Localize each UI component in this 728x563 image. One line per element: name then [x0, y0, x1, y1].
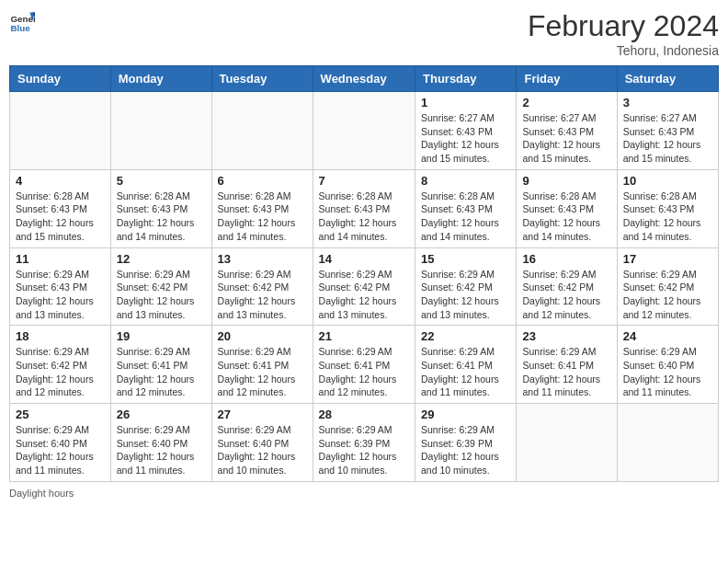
col-sunday: Sunday [10, 66, 111, 92]
day-number: 5 [117, 174, 206, 188]
table-row: 24Sunrise: 6:29 AM Sunset: 6:40 PM Dayli… [617, 326, 718, 404]
table-row: 5Sunrise: 6:28 AM Sunset: 6:43 PM Daylig… [110, 169, 211, 247]
svg-text:Blue: Blue [10, 23, 30, 33]
day-number: 17 [623, 252, 712, 266]
col-saturday: Saturday [617, 66, 718, 92]
logo-icon: General Blue [9, 9, 35, 35]
day-number: 24 [623, 329, 712, 343]
table-row: 18Sunrise: 6:29 AM Sunset: 6:42 PM Dayli… [10, 326, 111, 404]
calendar-week-3: 11Sunrise: 6:29 AM Sunset: 6:43 PM Dayli… [10, 247, 719, 326]
col-thursday: Thursday [415, 66, 517, 92]
day-info: Sunrise: 6:27 AM Sunset: 6:43 PM Dayligh… [421, 111, 510, 166]
day-info: Sunrise: 6:29 AM Sunset: 6:41 PM Dayligh… [218, 345, 307, 399]
day-info: Sunrise: 6:29 AM Sunset: 6:39 PM Dayligh… [319, 423, 409, 477]
day-info: Sunrise: 6:28 AM Sunset: 6:43 PM Dayligh… [16, 190, 105, 244]
table-row: 4Sunrise: 6:28 AM Sunset: 6:43 PM Daylig… [10, 169, 111, 247]
calendar-week-4: 18Sunrise: 6:29 AM Sunset: 6:42 PM Dayli… [10, 326, 719, 404]
calendar-table: Sunday Monday Tuesday Wednesday Thursday… [9, 65, 719, 482]
day-info: Sunrise: 6:28 AM Sunset: 6:43 PM Dayligh… [218, 190, 307, 244]
table-row: 27Sunrise: 6:29 AM Sunset: 6:40 PM Dayli… [211, 404, 313, 482]
day-info: Sunrise: 6:29 AM Sunset: 6:41 PM Dayligh… [522, 345, 610, 399]
table-row [617, 404, 718, 482]
table-row: 12Sunrise: 6:29 AM Sunset: 6:42 PM Dayli… [110, 247, 211, 326]
day-number: 25 [16, 408, 105, 421]
day-number: 28 [319, 408, 409, 421]
table-row [211, 92, 313, 170]
day-info: Sunrise: 6:29 AM Sunset: 6:40 PM Dayligh… [218, 423, 307, 477]
table-row: 25Sunrise: 6:29 AM Sunset: 6:40 PM Dayli… [10, 404, 111, 482]
day-number: 4 [16, 174, 105, 188]
day-info: Sunrise: 6:29 AM Sunset: 6:42 PM Dayligh… [319, 268, 409, 322]
calendar-week-2: 4Sunrise: 6:28 AM Sunset: 6:43 PM Daylig… [10, 169, 719, 247]
main-title: February 2024 [528, 9, 719, 43]
table-row: 15Sunrise: 6:29 AM Sunset: 6:42 PM Dayli… [415, 247, 517, 326]
day-number: 29 [421, 408, 510, 421]
daylight-hours-label: Daylight hours [9, 488, 74, 499]
table-row: 9Sunrise: 6:28 AM Sunset: 6:43 PM Daylig… [517, 169, 617, 247]
col-monday: Monday [110, 66, 211, 92]
day-info: Sunrise: 6:29 AM Sunset: 6:39 PM Dayligh… [421, 423, 510, 477]
day-number: 19 [117, 329, 206, 343]
table-row: 10Sunrise: 6:28 AM Sunset: 6:43 PM Dayli… [617, 169, 718, 247]
day-number: 26 [117, 408, 206, 421]
day-number: 16 [522, 252, 610, 266]
table-row: 28Sunrise: 6:29 AM Sunset: 6:39 PM Dayli… [313, 404, 415, 482]
subtitle: Tehoru, Indonesia [528, 43, 719, 58]
day-info: Sunrise: 6:29 AM Sunset: 6:41 PM Dayligh… [319, 345, 409, 399]
table-row: 1Sunrise: 6:27 AM Sunset: 6:43 PM Daylig… [415, 92, 517, 170]
day-number: 10 [623, 174, 712, 188]
col-friday: Friday [517, 66, 617, 92]
day-number: 21 [319, 329, 409, 343]
table-row: 14Sunrise: 6:29 AM Sunset: 6:42 PM Dayli… [313, 247, 415, 326]
day-info: Sunrise: 6:29 AM Sunset: 6:42 PM Dayligh… [522, 268, 610, 322]
table-row: 11Sunrise: 6:29 AM Sunset: 6:43 PM Dayli… [10, 247, 111, 326]
day-info: Sunrise: 6:29 AM Sunset: 6:41 PM Dayligh… [117, 345, 206, 399]
table-row: 22Sunrise: 6:29 AM Sunset: 6:41 PM Dayli… [415, 326, 517, 404]
table-row: 19Sunrise: 6:29 AM Sunset: 6:41 PM Dayli… [110, 326, 211, 404]
day-number: 11 [16, 252, 105, 266]
table-row: 2Sunrise: 6:27 AM Sunset: 6:43 PM Daylig… [517, 92, 617, 170]
day-number: 8 [421, 174, 510, 188]
day-number: 2 [522, 96, 610, 109]
table-row [10, 92, 111, 170]
table-row: 21Sunrise: 6:29 AM Sunset: 6:41 PM Dayli… [313, 326, 415, 404]
day-number: 12 [117, 252, 206, 266]
day-number: 23 [522, 329, 610, 343]
table-row: 17Sunrise: 6:29 AM Sunset: 6:42 PM Dayli… [617, 247, 718, 326]
day-number: 27 [218, 408, 307, 421]
table-row: 23Sunrise: 6:29 AM Sunset: 6:41 PM Dayli… [517, 326, 617, 404]
table-row: 8Sunrise: 6:28 AM Sunset: 6:43 PM Daylig… [415, 169, 517, 247]
table-row: 13Sunrise: 6:29 AM Sunset: 6:42 PM Dayli… [211, 247, 313, 326]
day-info: Sunrise: 6:29 AM Sunset: 6:42 PM Dayligh… [117, 268, 206, 322]
day-info: Sunrise: 6:29 AM Sunset: 6:41 PM Dayligh… [421, 345, 510, 399]
calendar-week-1: 1Sunrise: 6:27 AM Sunset: 6:43 PM Daylig… [10, 92, 719, 170]
title-area: February 2024 Tehoru, Indonesia [528, 9, 719, 58]
day-number: 20 [218, 329, 307, 343]
table-row: 7Sunrise: 6:28 AM Sunset: 6:43 PM Daylig… [313, 169, 415, 247]
day-info: Sunrise: 6:29 AM Sunset: 6:40 PM Dayligh… [16, 423, 105, 477]
day-info: Sunrise: 6:29 AM Sunset: 6:43 PM Dayligh… [16, 268, 105, 322]
calendar-week-5: 25Sunrise: 6:29 AM Sunset: 6:40 PM Dayli… [10, 404, 719, 482]
table-row: 16Sunrise: 6:29 AM Sunset: 6:42 PM Dayli… [517, 247, 617, 326]
day-number: 6 [218, 174, 307, 188]
day-number: 3 [623, 96, 712, 109]
day-info: Sunrise: 6:29 AM Sunset: 6:40 PM Dayligh… [623, 345, 712, 399]
day-info: Sunrise: 6:29 AM Sunset: 6:42 PM Dayligh… [421, 268, 510, 322]
page-header: General Blue February 2024 Tehoru, Indon… [9, 9, 719, 58]
footer-note: Daylight hours [9, 488, 719, 499]
day-info: Sunrise: 6:27 AM Sunset: 6:43 PM Dayligh… [623, 111, 712, 166]
col-tuesday: Tuesday [211, 66, 313, 92]
table-row: 29Sunrise: 6:29 AM Sunset: 6:39 PM Dayli… [415, 404, 517, 482]
day-number: 15 [421, 252, 510, 266]
table-row: 26Sunrise: 6:29 AM Sunset: 6:40 PM Dayli… [110, 404, 211, 482]
table-row: 6Sunrise: 6:28 AM Sunset: 6:43 PM Daylig… [211, 169, 313, 247]
day-info: Sunrise: 6:28 AM Sunset: 6:43 PM Dayligh… [522, 190, 610, 244]
table-row: 3Sunrise: 6:27 AM Sunset: 6:43 PM Daylig… [617, 92, 718, 170]
day-info: Sunrise: 6:28 AM Sunset: 6:43 PM Dayligh… [319, 190, 409, 244]
table-row [313, 92, 415, 170]
day-number: 13 [218, 252, 307, 266]
day-number: 14 [319, 252, 409, 266]
table-row: 20Sunrise: 6:29 AM Sunset: 6:41 PM Dayli… [211, 326, 313, 404]
day-info: Sunrise: 6:28 AM Sunset: 6:43 PM Dayligh… [117, 190, 206, 244]
day-info: Sunrise: 6:28 AM Sunset: 6:43 PM Dayligh… [421, 190, 510, 244]
